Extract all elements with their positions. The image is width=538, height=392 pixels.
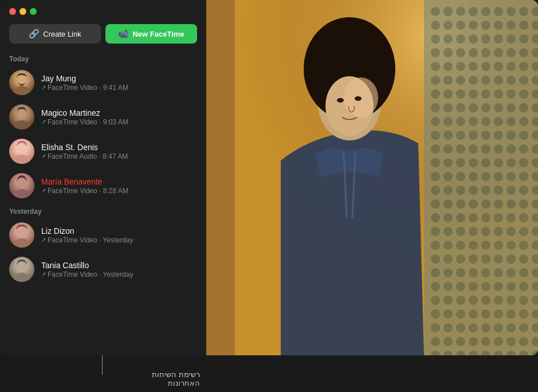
svg-point-183 — [481, 254, 490, 264]
svg-rect-251 — [206, 0, 235, 355]
svg-point-103 — [494, 131, 503, 140]
today-section-label: Today — [0, 50, 206, 65]
svg-point-199 — [456, 282, 465, 291]
svg-point-256 — [337, 98, 344, 103]
svg-point-181 — [456, 254, 465, 264]
call-type-elisha: FaceTime Audio · 8:47 AM — [48, 152, 128, 160]
svg-point-30 — [481, 21, 490, 30]
svg-point-150 — [519, 199, 528, 209]
svg-point-153 — [443, 213, 453, 222]
svg-point-176 — [506, 241, 516, 250]
svg-point-102 — [481, 131, 490, 140]
svg-point-180 — [443, 254, 453, 264]
svg-point-201 — [481, 282, 490, 291]
svg-point-212 — [506, 296, 516, 305]
svg-point-198 — [443, 282, 453, 291]
svg-point-146 — [469, 199, 478, 209]
call-item-maria[interactable]: María Benavente ↗ FaceTime Video · 8:28 … — [0, 168, 206, 203]
svg-point-107 — [431, 144, 440, 154]
call-type-magico: FaceTime Video · 9:03 AM — [48, 118, 128, 126]
svg-point-158 — [506, 213, 516, 222]
svg-point-110 — [469, 144, 478, 154]
call-item-liz[interactable]: Liz Dizon ↗ FaceTime Video · Yesterday — [0, 218, 206, 252]
svg-point-28 — [456, 21, 465, 30]
svg-point-171 — [443, 241, 453, 250]
svg-point-138 — [481, 186, 490, 195]
annotation-text: רשימת השיחות האחרונות — [152, 370, 200, 387]
call-meta-jay: ↗ FaceTime Video · 9:41 AM — [41, 84, 197, 92]
minimize-button[interactable] — [19, 8, 26, 15]
maximize-button[interactable] — [30, 8, 37, 15]
call-info-liz: Liz Dizon ↗ FaceTime Video · Yesterday — [41, 226, 197, 244]
svg-point-202 — [494, 282, 503, 291]
svg-point-58 — [494, 62, 503, 71]
svg-point-166 — [494, 227, 503, 236]
create-link-button[interactable]: 🔗 Create Link — [9, 24, 101, 44]
call-item-magico[interactable]: Magico Martinez ↗ FaceTime Video · 9:03 … — [0, 100, 206, 134]
svg-point-222 — [519, 309, 528, 319]
svg-point-85 — [494, 103, 503, 112]
svg-point-2 — [18, 76, 26, 84]
yesterday-section-label: Yesterday — [0, 203, 206, 218]
svg-point-237 — [481, 337, 490, 346]
call-info-magico: Magico Martinez ↗ FaceTime Video · 9:03 … — [41, 108, 197, 126]
svg-point-109 — [456, 144, 465, 154]
svg-point-233 — [431, 337, 440, 346]
call-item-tania[interactable]: Tania Castillo ↗ FaceTime Video · Yester… — [0, 252, 206, 287]
svg-point-64 — [456, 76, 465, 85]
svg-point-7 — [17, 143, 27, 154]
call-item-jay[interactable]: Jay Mung ↗ FaceTime Video · 9:41 AM — [0, 65, 206, 100]
svg-point-63 — [443, 76, 453, 85]
svg-point-57 — [481, 62, 490, 71]
svg-point-35 — [431, 34, 440, 44]
svg-point-12 — [13, 273, 31, 282]
svg-point-86 — [506, 103, 516, 112]
svg-point-56 — [469, 62, 478, 71]
svg-point-167 — [506, 227, 516, 236]
svg-point-90 — [443, 117, 453, 126]
svg-point-100 — [456, 131, 465, 140]
svg-point-71 — [431, 89, 440, 99]
svg-point-45 — [443, 48, 453, 57]
svg-point-72 — [443, 89, 453, 99]
call-item-elisha[interactable]: Elisha St. Denis ↗ FaceTime Audio · 8:47… — [0, 134, 206, 168]
svg-point-127 — [456, 172, 465, 181]
call-name-tania: Tania Castillo — [41, 261, 197, 270]
svg-point-104 — [506, 131, 516, 140]
svg-point-131 — [506, 172, 516, 181]
svg-point-55 — [456, 62, 465, 71]
svg-point-155 — [469, 213, 478, 222]
svg-point-129 — [481, 172, 490, 181]
photo-area — [206, 0, 538, 355]
svg-point-130 — [494, 172, 503, 181]
svg-point-83 — [469, 103, 478, 112]
svg-point-228 — [481, 323, 490, 332]
svg-point-204 — [519, 282, 528, 291]
svg-point-6 — [13, 155, 31, 164]
call-name-maria: María Benavente — [41, 177, 197, 186]
svg-point-219 — [481, 309, 490, 319]
svg-point-66 — [481, 76, 490, 85]
svg-point-207 — [443, 296, 453, 305]
svg-point-206 — [431, 296, 440, 305]
close-button[interactable] — [9, 8, 16, 15]
call-type-liz: FaceTime Video · Yesterday — [48, 236, 133, 244]
svg-point-143 — [431, 199, 440, 209]
new-facetime-button[interactable]: 📹 New FaceTime — [105, 24, 197, 44]
svg-point-152 — [431, 213, 440, 222]
svg-point-147 — [481, 199, 490, 209]
svg-point-39 — [481, 34, 490, 44]
svg-point-209 — [469, 296, 478, 305]
svg-point-36 — [443, 34, 453, 44]
call-info-elisha: Elisha St. Denis ↗ FaceTime Audio · 8:47… — [41, 143, 197, 160]
svg-point-136 — [456, 186, 465, 195]
svg-point-4 — [14, 120, 30, 130]
svg-point-74 — [469, 89, 478, 99]
svg-point-8 — [13, 189, 31, 198]
svg-point-135 — [443, 186, 453, 195]
svg-point-67 — [494, 76, 503, 85]
sidebar: 🔗 Create Link 📹 New FaceTime Today — [0, 0, 206, 355]
svg-point-49 — [494, 48, 503, 57]
svg-point-111 — [481, 144, 490, 154]
svg-point-108 — [443, 144, 453, 154]
